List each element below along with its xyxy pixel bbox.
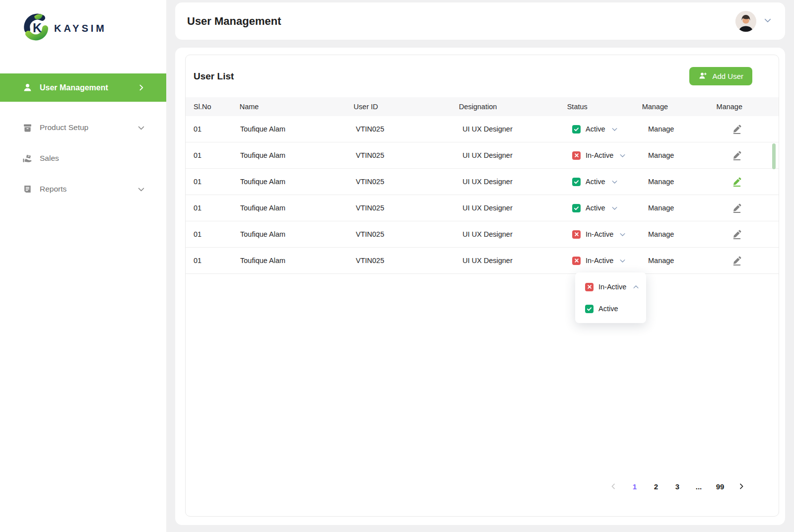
cell-name: Toufique Alam	[240, 257, 356, 265]
status-label: Active	[586, 125, 605, 133]
table-column-header: Name	[240, 103, 354, 111]
status-dropdown-trigger[interactable]: In-Active	[572, 151, 648, 160]
status-option[interactable]: Active	[575, 298, 646, 320]
cell-name: Toufique Alam	[240, 178, 356, 186]
status-option-label: In-Active	[598, 283, 626, 291]
table-row: 01 Toufique Alam VTIN025 UI UX Designer …	[186, 221, 779, 248]
edit-pencil-icon[interactable]	[731, 255, 742, 266]
scrollbar-thumb[interactable]	[772, 143, 776, 169]
pagination-ellipsis[interactable]: ...	[692, 480, 705, 493]
status-badge	[572, 125, 581, 133]
manage-link[interactable]: Manage	[648, 257, 724, 265]
edit-pencil-icon[interactable]	[731, 202, 742, 213]
chevron-down-icon	[619, 231, 626, 238]
chevron-down-icon	[611, 126, 618, 133]
manage-link[interactable]: Manage	[648, 204, 724, 212]
manage-link[interactable]: Manage	[648, 151, 724, 159]
person-plus-icon	[698, 71, 708, 82]
pagination-page[interactable]: 3	[671, 480, 684, 493]
pagination-page[interactable]: 99	[714, 480, 727, 493]
pagination-pages: 123...99	[628, 480, 727, 493]
chevron-down-icon	[137, 124, 145, 132]
pagination-prev-icon[interactable]	[607, 480, 620, 493]
pagination-page[interactable]: 2	[650, 480, 662, 493]
x-icon	[574, 153, 579, 158]
pagination-next-icon[interactable]	[735, 480, 748, 493]
user-list-card: User List Add User Sl.NoNameUser IDDesig…	[185, 55, 779, 517]
status-badge	[572, 178, 581, 186]
product-box-icon	[22, 123, 33, 133]
cell-user-id: VTIN025	[356, 257, 463, 265]
page-title: User Management	[187, 15, 281, 28]
sidebar-item-reports[interactable]: Reports	[0, 177, 166, 201]
manage-link[interactable]: Manage	[648, 178, 724, 186]
pagination-page[interactable]: 1	[628, 480, 641, 493]
table-row: 01 Toufique Alam VTIN025 UI UX Designer …	[186, 116, 779, 142]
edit-pencil-icon[interactable]	[731, 229, 742, 240]
status-badge	[572, 204, 581, 212]
status-dropdown-trigger[interactable]: In-Active	[572, 230, 648, 239]
cell-designation: UI UX Designer	[463, 125, 572, 133]
x-icon	[574, 258, 579, 263]
status-label: Active	[586, 178, 605, 186]
status-dropdown-trigger[interactable]: In-Active	[572, 257, 648, 265]
table-body: 01 Toufique Alam VTIN025 UI UX Designer …	[186, 116, 779, 274]
manage-link[interactable]: Manage	[648, 125, 724, 133]
brand-logo: K KAYSIM	[0, 0, 166, 44]
cell-name: Toufique Alam	[240, 151, 356, 159]
x-icon	[587, 284, 592, 289]
sales-icon	[22, 153, 33, 164]
sidebar-item-user-management[interactable]: User Management	[0, 73, 166, 102]
sidebar-item-product-setup[interactable]: Product Setup	[0, 116, 166, 139]
table-row: 01 Toufique Alam VTIN025 UI UX Designer …	[186, 142, 779, 169]
status-dropdown-trigger[interactable]: Active	[572, 178, 648, 186]
user-icon	[22, 82, 33, 93]
chevron-down-icon	[619, 257, 626, 265]
cell-designation: UI UX Designer	[463, 230, 572, 238]
status-badge	[572, 230, 581, 239]
status-label: Active	[586, 204, 605, 212]
add-user-button[interactable]: Add User	[689, 67, 752, 85]
status-dropdown-trigger[interactable]: Active	[572, 125, 648, 133]
edit-pencil-icon[interactable]	[731, 176, 742, 187]
chevron-down-icon	[611, 178, 618, 186]
chevron-up-icon	[632, 283, 640, 291]
table-row: 01 Toufique Alam VTIN025 UI UX Designer …	[186, 169, 779, 195]
cell-slno: 01	[194, 151, 240, 159]
cell-name: Toufique Alam	[240, 230, 356, 238]
cell-user-id: VTIN025	[356, 178, 463, 186]
brand-name: KAYSIM	[54, 23, 107, 34]
pagination: 123...99	[607, 480, 748, 493]
profile-menu[interactable]	[735, 11, 772, 32]
sidebar-item-sales[interactable]: Sales	[0, 146, 166, 170]
edit-pencil-icon[interactable]	[731, 150, 742, 161]
status-label: In-Active	[586, 257, 613, 265]
table-row: 01 Toufique Alam VTIN025 UI UX Designer …	[186, 248, 779, 274]
chevron-down-icon	[137, 185, 145, 194]
cell-slno: 01	[194, 204, 240, 212]
edit-pencil-icon[interactable]	[731, 124, 742, 134]
status-badge	[572, 151, 581, 160]
chevron-right-icon	[137, 83, 145, 92]
cell-slno: 01	[194, 257, 240, 265]
table-column-header: Manage	[717, 103, 779, 111]
cell-designation: UI UX Designer	[463, 204, 572, 212]
avatar[interactable]	[735, 11, 756, 32]
cell-user-id: VTIN025	[356, 230, 463, 238]
cell-name: Toufique Alam	[240, 125, 356, 133]
profile-chevron-down-icon[interactable]	[763, 16, 772, 27]
cell-slno: 01	[194, 125, 240, 133]
status-option[interactable]: In-Active	[575, 276, 646, 298]
manage-link[interactable]: Manage	[648, 230, 724, 238]
cell-name: Toufique Alam	[240, 204, 356, 212]
cell-slno: 01	[194, 178, 240, 186]
x-icon	[574, 232, 579, 237]
kaysim-logo-icon: K	[23, 13, 51, 44]
sidebar-item-label: Product Setup	[40, 123, 88, 132]
list-header: User List Add User	[186, 55, 779, 97]
cell-designation: UI UX Designer	[463, 257, 572, 265]
status-dropdown-trigger[interactable]: Active	[572, 204, 648, 212]
content-area: User Management User List	[166, 0, 794, 532]
sidebar-item-label: User Management	[40, 83, 108, 92]
check-icon	[574, 179, 579, 185]
